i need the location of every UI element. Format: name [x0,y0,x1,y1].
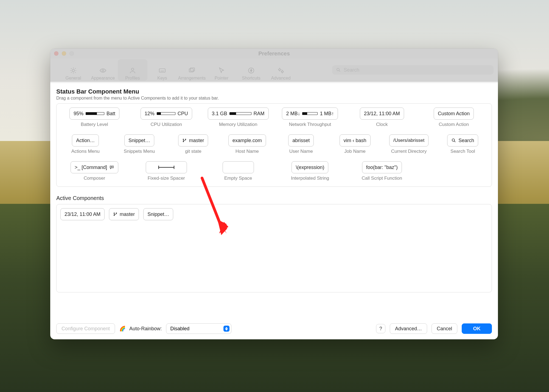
component-pill[interactable]: Action… [72,134,99,146]
component-pill[interactable]: 3.1 GB RAM [208,108,269,120]
sheet-content: Status Bar Component Menu Drag a compone… [50,83,498,297]
tab-keys[interactable]: Keys [147,59,177,81]
component-pill[interactable]: /Users/abrisset [389,134,428,146]
value-left: 2 MB↓ [286,111,300,117]
component-pill[interactable] [146,161,187,173]
component-fixed-spacer[interactable]: Fixed-size Spacer [133,161,200,181]
component-call-script[interactable]: foo(bar: "baz") Call Script Function [348,161,415,181]
component-pill[interactable]: Custom Action [434,108,474,120]
component-pill[interactable]: vim ‹ bash [340,134,371,146]
tab-advanced[interactable]: Advanced [266,59,296,81]
traffic-lights [54,51,74,56]
svg-point-19 [116,213,117,214]
auto-rainbow-label: Auto-Rainbow: [129,326,162,332]
active-item-git[interactable]: master [109,208,139,220]
pill-text: master [189,138,204,143]
help-button[interactable]: ? [376,324,385,333]
component-caption: Host Name [236,149,259,154]
value-right: Batt [107,111,115,117]
component-pill[interactable]: 12% CPU [141,108,192,120]
tab-pointer[interactable]: Pointer [207,59,236,81]
component-pill[interactable]: 2 MB↓ 1 MB↑ [282,108,338,120]
component-caption: Memory Utilization [219,122,257,127]
component-pill[interactable]: example.com [228,134,266,146]
tab-profiles[interactable]: Profiles [118,59,147,81]
tab-shortcuts[interactable]: Shortcuts [236,59,266,81]
component-snippets-menu[interactable]: Snippet… Snippets Menu [115,134,164,154]
component-pill[interactable]: master [178,134,208,146]
component-ram[interactable]: 3.1 GB RAM Memory Utilization [205,108,272,127]
component-caption: Job Name [344,149,365,154]
component-battery[interactable]: 95% Batt Battery Level [61,108,128,127]
battery-bar-icon [86,112,104,115]
active-item-snippets[interactable]: Snippet… [143,208,173,220]
component-caption: Composer [84,176,105,181]
component-cwd[interactable]: /Users/abrisset Current Directory [384,134,433,154]
component-cpu[interactable]: 12% CPU CPU Utilization [133,108,200,127]
component-empty-space[interactable]: Empty Space [205,161,272,181]
tab-label: Advanced [271,76,290,81]
tab-general[interactable]: General [58,59,88,81]
value-right: RAM [254,111,265,117]
component-clock[interactable]: 23/12, 11:00 AM Clock [348,108,415,127]
component-network[interactable]: 2 MB↓ 1 MB↑ Network Throughput [276,108,343,127]
value-right: 1 MB↑ [320,111,334,117]
value-left: 12% [145,111,155,117]
component-caption: Actions Menu [71,149,100,154]
component-caption: git state [185,149,201,154]
tab-arrangements[interactable]: Arrangements [177,59,207,81]
component-interpolated-string[interactable]: \(expression) Interpolated String [276,161,343,181]
component-pill[interactable]: >_ [Command] [71,161,119,173]
gear-icon [69,67,77,74]
svg-point-2 [131,68,134,70]
menu-row-3: >_ [Command] Composer Fixed-size Spacer … [61,161,487,181]
component-search-tool[interactable]: Search Search Tool [438,134,487,154]
component-pill[interactable]: 95% Batt [69,108,119,120]
tab-label: Shortcuts [242,76,261,81]
eye-icon [99,67,107,74]
component-composer[interactable]: >_ [Command] Composer [61,161,128,181]
window-title: Preferences [258,50,290,57]
component-job-name[interactable]: vim ‹ bash Job Name [330,134,379,154]
advanced-button[interactable]: Advanced… [390,323,427,334]
spacer-icon [158,165,175,170]
component-pill[interactable]: \(expression) [292,161,328,173]
component-custom-action[interactable]: Custom Action Custom Action [420,108,487,127]
active-item-clock[interactable]: 23/12, 11:00 AM [60,208,105,220]
search-icon [451,138,456,143]
component-user-name[interactable]: abrisset User Name [277,134,326,154]
svg-point-6 [248,68,254,73]
component-pill[interactable]: foo(bar: "baz") [362,161,402,173]
component-git-state[interactable]: master git state [169,134,218,154]
svg-rect-3 [159,69,165,72]
ok-button[interactable]: OK [462,323,492,334]
minimize-button[interactable] [62,51,66,56]
component-pill[interactable]: Search [447,134,478,146]
svg-point-15 [112,167,112,167]
git-branch-icon [113,212,117,216]
component-actions-menu[interactable]: Action… Actions Menu [61,134,110,154]
active-components-panel[interactable]: 23/12, 11:00 AM master Snippet… [56,204,492,292]
tab-label: Keys [157,76,167,81]
ram-bar-icon [229,112,251,115]
component-pill[interactable]: Snippet… [124,134,154,146]
toolbar-search[interactable]: Search [332,65,494,75]
component-caption: Snippets Menu [124,149,155,154]
bolt-icon [247,67,255,74]
auto-rainbow-select[interactable]: Disabled [166,323,231,334]
component-host-name[interactable]: example.com Host Name [223,134,271,154]
component-pill[interactable]: 23/12, 11:00 AM [360,108,404,120]
zoom-button[interactable] [69,51,74,56]
search-icon [336,67,341,72]
cancel-button[interactable]: Cancel [432,323,457,334]
tab-appearance[interactable]: Appearance [88,59,118,81]
speech-bubble-icon [109,165,114,170]
component-caption: Call Script Function [362,176,402,181]
component-pill[interactable]: abrisset [288,134,314,146]
svg-point-8 [281,71,283,73]
svg-point-10 [183,139,184,140]
close-button[interactable] [54,51,58,56]
value-left: 3.1 GB [212,111,227,117]
component-pill[interactable] [223,161,254,173]
svg-point-17 [114,213,115,214]
